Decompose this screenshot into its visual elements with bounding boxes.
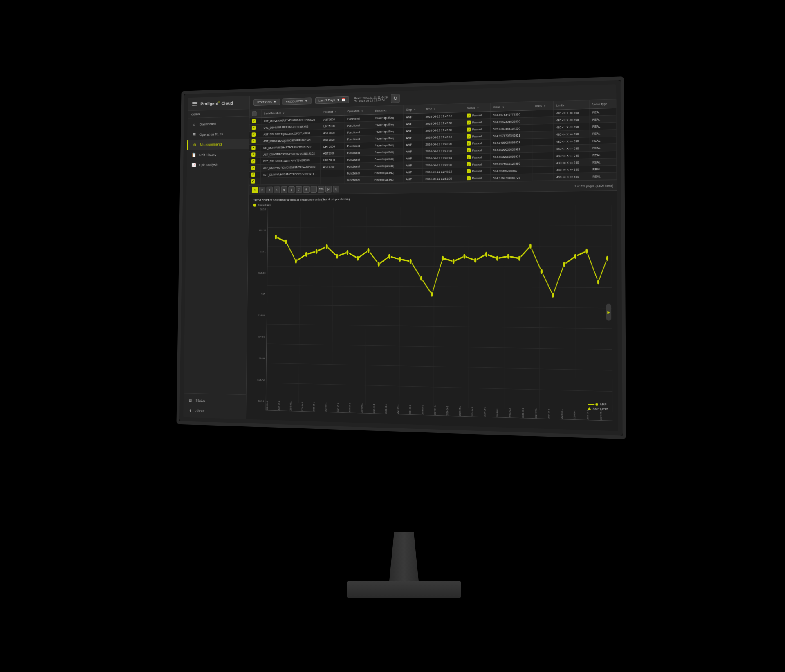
- date-range-selector[interactable]: Last 7 Days ▼ 📅: [315, 96, 349, 104]
- x-axis-label: 2024-04-1: [385, 403, 397, 414]
- cell-value-type: REAL: [590, 115, 616, 123]
- cell-limits: 480 <= X <= 550: [554, 116, 590, 124]
- page-btn-1[interactable]: 1: [252, 187, 258, 193]
- sidebar-item-status-label: Status: [195, 399, 205, 403]
- monitor-bezel: Proligent® Cloud demo ⌂ Dashboard ☰: [179, 80, 623, 436]
- svg-point-40: [585, 248, 588, 254]
- cell-time: 2024-04-11 11:49:36: [423, 161, 464, 169]
- page-btn-2[interactable]: 2: [259, 187, 265, 193]
- cell-value-type: REAL: [590, 172, 617, 180]
- scroll-indicator[interactable]: ▶: [606, 304, 611, 321]
- svg-point-23: [399, 256, 401, 262]
- x-axis-label: 2024-04-1: [278, 401, 289, 411]
- cell-step: AMP: [403, 175, 423, 183]
- page-last-btn[interactable]: >|: [333, 186, 339, 192]
- y-label-1: 515.13: [253, 229, 266, 232]
- x-axis-label: 2024-04-1: [496, 407, 509, 418]
- x-axis-label: 2024-04-1: [446, 405, 459, 416]
- checkbox-cell[interactable]: [249, 171, 261, 178]
- hamburger-menu-icon[interactable]: [192, 102, 197, 106]
- checkbox-cell[interactable]: [249, 151, 261, 158]
- cell-sequence: PowerInputSeq: [372, 141, 404, 149]
- cell-operation: Functional: [345, 128, 372, 136]
- col-header-time[interactable]: Time ▼: [423, 104, 464, 113]
- cell-limits: 480 <= X <= 550: [554, 166, 590, 173]
- chart-container: Trend chart of selected numerical measur…: [246, 191, 618, 431]
- page-btn-3[interactable]: 3: [266, 187, 272, 193]
- chart-plot-area: 2024-04-12024-04-12024-04-12024-04-12024…: [266, 205, 613, 421]
- main-content: STATIONS ▼ PRODUCTS ▼ Last 7 Days ▼ 📅: [246, 84, 618, 431]
- cell-status: Passed: [464, 160, 491, 168]
- col-header-sequence[interactable]: Sequence ▼: [372, 105, 404, 114]
- sidebar-item-dashboard-label: Dashboard: [200, 122, 216, 127]
- svg-point-36: [540, 269, 543, 275]
- svg-line-3: [366, 207, 367, 405]
- page-btn-8[interactable]: 8: [303, 186, 309, 193]
- cell-value: 514.9488064893028: [490, 139, 532, 146]
- date-range-label: Last 7 Days: [318, 99, 335, 103]
- col-header-units[interactable]: Units ▼: [532, 101, 554, 110]
- page-btn-270[interactable]: 270: [318, 186, 324, 193]
- checkbox-cell[interactable]: [249, 164, 261, 171]
- content-area: Serial Number ▼ Product ▼ Operation ▼ Se…: [246, 99, 618, 431]
- cell-units: [532, 152, 554, 159]
- select-all-header[interactable]: [250, 110, 262, 118]
- checkbox-cell[interactable]: [249, 158, 261, 165]
- x-axis-label: 2024-04-1: [301, 401, 313, 412]
- checkbox-cell[interactable]: [249, 178, 261, 185]
- checkbox-cell[interactable]: [249, 138, 261, 145]
- svg-point-24: [409, 258, 412, 264]
- sidebar-item-operation-runs[interactable]: ☰ Operation Runs: [187, 128, 249, 140]
- svg-line-8: [539, 206, 540, 410]
- page-btn-6[interactable]: 6: [288, 186, 294, 193]
- col-header-operation[interactable]: Operation ▼: [345, 106, 372, 115]
- sidebar-item-unit-history-label: Unit History: [199, 152, 217, 157]
- stations-filter-button[interactable]: STATIONS ▼: [253, 99, 280, 106]
- legend-triangle-icon: [588, 407, 591, 410]
- svg-point-34: [518, 255, 521, 262]
- col-header-step[interactable]: Step ▼: [404, 105, 423, 114]
- col-header-product[interactable]: Product ▼: [321, 107, 345, 116]
- products-filter-button[interactable]: PRODUCTS ▼: [282, 97, 311, 105]
- x-axis-label: 2024-04-1: [561, 408, 574, 419]
- checkbox-cell[interactable]: [249, 118, 261, 125]
- sidebar-logo: Proligent® Cloud: [188, 96, 249, 111]
- page-btn-5[interactable]: 5: [281, 186, 287, 193]
- svg-point-15: [315, 249, 318, 254]
- sidebar-item-measurements[interactable]: ⊕ Measurements: [187, 139, 249, 150]
- refresh-button[interactable]: ↻: [391, 94, 400, 103]
- cell-step: AMP: [403, 168, 423, 176]
- cell-sequence: PowerInputSeq: [372, 176, 403, 183]
- products-label: PRODUCTS: [286, 99, 303, 103]
- cell-sequence: PowerInputSeq: [372, 114, 404, 121]
- cell-status: Passed: [464, 153, 491, 161]
- date-range-dropdown-icon: ▼: [337, 98, 340, 102]
- sidebar-item-unit-history[interactable]: 📋 Unit History: [187, 149, 249, 160]
- sidebar-item-about-label: About: [195, 409, 204, 413]
- col-header-limits[interactable]: Limits: [554, 100, 590, 110]
- col-header-status[interactable]: Status ▼: [464, 103, 490, 112]
- sidebar-item-about[interactable]: ℹ About: [183, 405, 246, 417]
- page-btn-7[interactable]: 7: [296, 186, 302, 193]
- page-first-btn[interactable]: |<: [325, 186, 332, 193]
- cell-sequence: PowerInputSeq: [372, 155, 403, 162]
- page-btn-4[interactable]: 4: [274, 186, 280, 193]
- cell-product: URT5000: [321, 156, 344, 164]
- col-header-value-type[interactable]: Value Type: [590, 99, 616, 109]
- sidebar-item-dashboard[interactable]: ⌂ Dashboard: [188, 118, 249, 130]
- chart-icon: 📈: [191, 163, 196, 168]
- y-label-5: 514.96: [252, 314, 265, 317]
- scroll-right-icon: ▶: [607, 310, 610, 314]
- cell-product: [321, 177, 344, 184]
- checkbox-cell[interactable]: [249, 124, 261, 131]
- cell-status: Passed: [464, 132, 491, 140]
- col-header-value[interactable]: Value ▼: [491, 102, 532, 112]
- legend-amp-dot: [595, 403, 598, 405]
- x-axis-label: 2024-04-1: [599, 410, 612, 421]
- svg-line-4: [399, 207, 400, 406]
- sidebar-item-cpk-analysis[interactable]: 📈 Cpk Analysis: [187, 159, 249, 170]
- x-axis-label: 2024-04-1: [434, 405, 446, 415]
- cell-value-type: REAL: [590, 108, 616, 116]
- checkbox-cell[interactable]: [249, 144, 261, 151]
- checkbox-cell[interactable]: [249, 131, 261, 138]
